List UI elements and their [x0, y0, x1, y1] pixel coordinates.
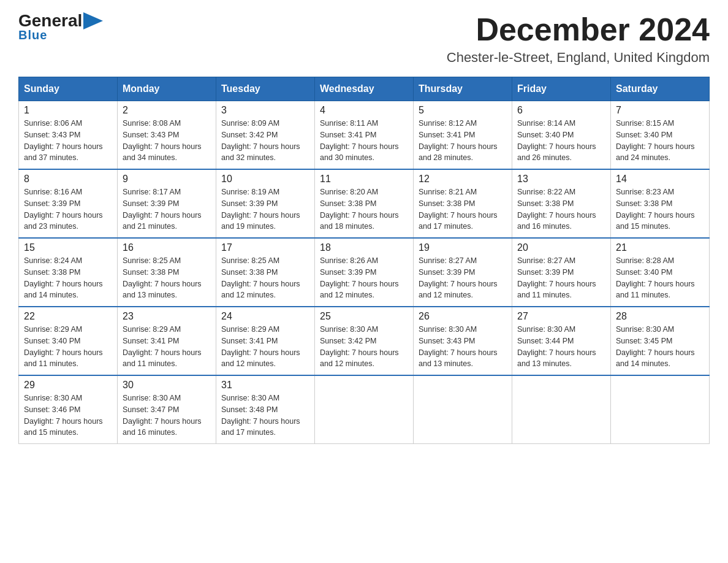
sunrise-label: Sunrise: 8:08 AM — [123, 119, 181, 128]
daylight-label: Daylight: 7 hours hours — [517, 142, 596, 151]
table-row: 24 Sunrise: 8:29 AM Sunset: 3:41 PM Dayl… — [216, 307, 315, 375]
day-info: Sunrise: 8:30 AM Sunset: 3:44 PM Dayligh… — [517, 324, 605, 370]
day-info: Sunrise: 8:06 AM Sunset: 3:43 PM Dayligh… — [24, 118, 112, 164]
day-number: 19 — [419, 242, 507, 253]
day-info: Sunrise: 8:29 AM Sunset: 3:40 PM Dayligh… — [24, 324, 112, 370]
calendar-week-row: 1 Sunrise: 8:06 AM Sunset: 3:43 PM Dayli… — [19, 101, 710, 170]
sunrise-label: Sunrise: 8:30 AM — [320, 325, 378, 334]
svg-marker-0 — [83, 12, 103, 29]
daylight-minutes: and 12 minutes. — [419, 291, 473, 299]
daylight-label: Daylight: 7 hours hours — [616, 280, 695, 288]
sunset-label: Sunset: 3:39 PM — [419, 268, 475, 277]
day-number: 26 — [419, 311, 507, 322]
logo: General Blue — [18, 12, 103, 42]
sunset-label: Sunset: 3:38 PM — [517, 199, 574, 208]
day-number: 17 — [221, 242, 309, 253]
daylight-label: Daylight: 7 hours hours — [221, 280, 300, 288]
title-area: December 2024 Chester-le-Street, England… — [447, 12, 710, 66]
calendar-title: December 2024 — [447, 12, 710, 47]
day-number: 9 — [123, 174, 211, 185]
calendar-week-row: 15 Sunrise: 8:24 AM Sunset: 3:38 PM Dayl… — [19, 238, 710, 307]
sunrise-label: Sunrise: 8:24 AM — [24, 256, 82, 265]
table-row: 22 Sunrise: 8:29 AM Sunset: 3:40 PM Dayl… — [19, 307, 118, 375]
table-row: 9 Sunrise: 8:17 AM Sunset: 3:39 PM Dayli… — [118, 169, 216, 238]
daylight-label: Daylight: 7 hours hours — [419, 348, 498, 357]
header: General Blue December 2024 Chester-le-St… — [18, 12, 710, 66]
daylight-label: Daylight: 7 hours hours — [419, 142, 498, 151]
sunrise-label: Sunrise: 8:29 AM — [123, 325, 181, 334]
logo-general: General — [18, 12, 82, 29]
table-row: 7 Sunrise: 8:15 AM Sunset: 3:40 PM Dayli… — [611, 101, 710, 170]
daylight-minutes: and 34 minutes. — [123, 153, 177, 162]
day-info: Sunrise: 8:25 AM Sunset: 3:38 PM Dayligh… — [221, 255, 309, 301]
col-monday: Monday — [118, 77, 216, 101]
table-row: 18 Sunrise: 8:26 AM Sunset: 3:39 PM Dayl… — [315, 238, 414, 307]
table-row — [611, 375, 710, 444]
day-info: Sunrise: 8:19 AM Sunset: 3:39 PM Dayligh… — [221, 186, 309, 232]
logo-blue: Blue — [18, 28, 47, 42]
table-row: 6 Sunrise: 8:14 AM Sunset: 3:40 PM Dayli… — [512, 101, 611, 170]
day-info: Sunrise: 8:11 AM Sunset: 3:41 PM Dayligh… — [320, 118, 408, 164]
day-info: Sunrise: 8:08 AM Sunset: 3:43 PM Dayligh… — [123, 118, 211, 164]
daylight-minutes: and 21 minutes. — [123, 222, 177, 231]
sunset-label: Sunset: 3:38 PM — [123, 268, 179, 277]
table-row: 11 Sunrise: 8:20 AM Sunset: 3:38 PM Dayl… — [315, 169, 414, 238]
day-number: 20 — [517, 242, 605, 253]
sunrise-label: Sunrise: 8:19 AM — [221, 188, 279, 196]
sunrise-label: Sunrise: 8:14 AM — [517, 119, 575, 128]
day-number: 1 — [24, 105, 112, 116]
table-row: 27 Sunrise: 8:30 AM Sunset: 3:44 PM Dayl… — [512, 307, 611, 375]
sunset-label: Sunset: 3:39 PM — [517, 268, 574, 277]
day-info: Sunrise: 8:12 AM Sunset: 3:41 PM Dayligh… — [419, 118, 507, 164]
day-number: 16 — [123, 242, 211, 253]
day-number: 6 — [517, 105, 605, 116]
sunset-label: Sunset: 3:39 PM — [320, 268, 376, 277]
table-row: 16 Sunrise: 8:25 AM Sunset: 3:38 PM Dayl… — [118, 238, 216, 307]
table-row: 28 Sunrise: 8:30 AM Sunset: 3:45 PM Dayl… — [611, 307, 710, 375]
daylight-minutes: and 15 minutes. — [24, 428, 78, 437]
day-number: 12 — [419, 174, 507, 185]
sunrise-label: Sunrise: 8:17 AM — [123, 188, 181, 196]
sunset-label: Sunset: 3:46 PM — [24, 405, 80, 414]
daylight-label: Daylight: 7 hours hours — [221, 348, 300, 357]
sunrise-label: Sunrise: 8:29 AM — [221, 325, 279, 334]
sunset-label: Sunset: 3:40 PM — [24, 337, 80, 345]
day-info: Sunrise: 8:22 AM Sunset: 3:38 PM Dayligh… — [517, 186, 605, 232]
table-row: 4 Sunrise: 8:11 AM Sunset: 3:41 PM Dayli… — [315, 101, 414, 170]
table-row: 31 Sunrise: 8:30 AM Sunset: 3:48 PM Dayl… — [216, 375, 315, 444]
sunrise-label: Sunrise: 8:11 AM — [320, 119, 378, 128]
daylight-minutes: and 12 minutes. — [221, 359, 276, 368]
sunset-label: Sunset: 3:38 PM — [419, 199, 475, 208]
daylight-label: Daylight: 7 hours hours — [616, 211, 695, 220]
day-number: 30 — [123, 380, 211, 391]
daylight-minutes: and 11 minutes. — [517, 291, 572, 299]
col-tuesday: Tuesday — [216, 77, 315, 101]
table-row: 26 Sunrise: 8:30 AM Sunset: 3:43 PM Dayl… — [414, 307, 512, 375]
daylight-label: Daylight: 7 hours hours — [616, 348, 695, 357]
daylight-label: Daylight: 7 hours hours — [123, 211, 202, 220]
day-info: Sunrise: 8:27 AM Sunset: 3:39 PM Dayligh… — [517, 255, 605, 301]
table-row — [315, 375, 414, 444]
daylight-label: Daylight: 7 hours hours — [123, 280, 202, 288]
day-info: Sunrise: 8:21 AM Sunset: 3:38 PM Dayligh… — [419, 186, 507, 232]
sunset-label: Sunset: 3:44 PM — [517, 337, 574, 345]
daylight-minutes: and 23 minutes. — [24, 222, 78, 231]
table-row: 21 Sunrise: 8:28 AM Sunset: 3:40 PM Dayl… — [611, 238, 710, 307]
day-info: Sunrise: 8:30 AM Sunset: 3:42 PM Dayligh… — [320, 324, 408, 370]
sunrise-label: Sunrise: 8:30 AM — [616, 325, 674, 334]
table-row: 23 Sunrise: 8:29 AM Sunset: 3:41 PM Dayl… — [118, 307, 216, 375]
sunrise-label: Sunrise: 8:20 AM — [320, 188, 378, 196]
day-info: Sunrise: 8:29 AM Sunset: 3:41 PM Dayligh… — [123, 324, 211, 370]
day-info: Sunrise: 8:30 AM Sunset: 3:43 PM Dayligh… — [419, 324, 507, 370]
daylight-minutes: and 12 minutes. — [221, 291, 276, 299]
calendar-week-row: 29 Sunrise: 8:30 AM Sunset: 3:46 PM Dayl… — [19, 375, 710, 444]
day-number: 13 — [517, 174, 605, 185]
daylight-minutes: and 14 minutes. — [616, 359, 670, 368]
day-info: Sunrise: 8:29 AM Sunset: 3:41 PM Dayligh… — [221, 324, 309, 370]
sunrise-label: Sunrise: 8:27 AM — [419, 256, 477, 265]
table-row: 29 Sunrise: 8:30 AM Sunset: 3:46 PM Dayl… — [19, 375, 118, 444]
calendar-table: Sunday Monday Tuesday Wednesday Thursday… — [18, 77, 710, 444]
sunset-label: Sunset: 3:38 PM — [616, 199, 672, 208]
table-row: 8 Sunrise: 8:16 AM Sunset: 3:39 PM Dayli… — [19, 169, 118, 238]
daylight-label: Daylight: 7 hours hours — [517, 280, 596, 288]
